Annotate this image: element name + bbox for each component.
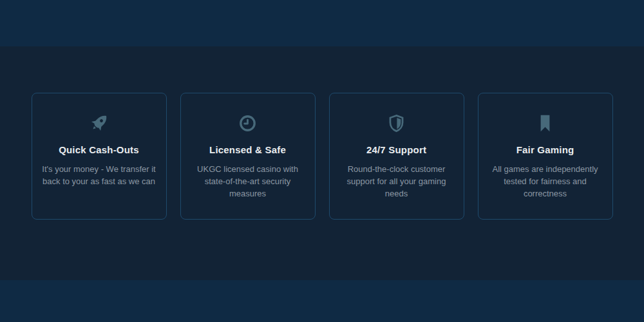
card-description: UKGC licensed casino with state-of-the-a… xyxy=(187,164,308,200)
feature-cards: Quick Cash-Outs It's your money - We tra… xyxy=(0,93,644,220)
card-description: It's your money - We transfer it back to… xyxy=(39,164,160,188)
card-title: Quick Cash-Outs xyxy=(39,144,160,155)
feature-card-licensed-safe: Licensed & Safe UKGC licensed casino wit… xyxy=(180,93,316,220)
features-section: Quick Cash-Outs It's your money - We tra… xyxy=(0,46,644,280)
rocket-icon xyxy=(39,111,160,135)
card-title: 24/7 Support xyxy=(336,144,457,155)
bookmark-icon xyxy=(485,111,606,135)
clock-icon xyxy=(187,111,308,135)
feature-card-fair-gaming: Fair Gaming All games are independently … xyxy=(478,93,613,220)
card-description: Round-the-clock customer support for all… xyxy=(336,164,457,200)
card-title: Licensed & Safe xyxy=(187,144,308,155)
card-title: Fair Gaming xyxy=(485,144,606,155)
card-description: All games are independently tested for f… xyxy=(485,164,606,200)
shield-icon xyxy=(336,111,457,135)
bottom-bar xyxy=(0,280,644,322)
feature-card-support: 24/7 Support Round-the-clock customer su… xyxy=(329,93,464,220)
feature-card-quick-cash-outs: Quick Cash-Outs It's your money - We tra… xyxy=(32,93,167,220)
top-bar xyxy=(0,0,644,46)
